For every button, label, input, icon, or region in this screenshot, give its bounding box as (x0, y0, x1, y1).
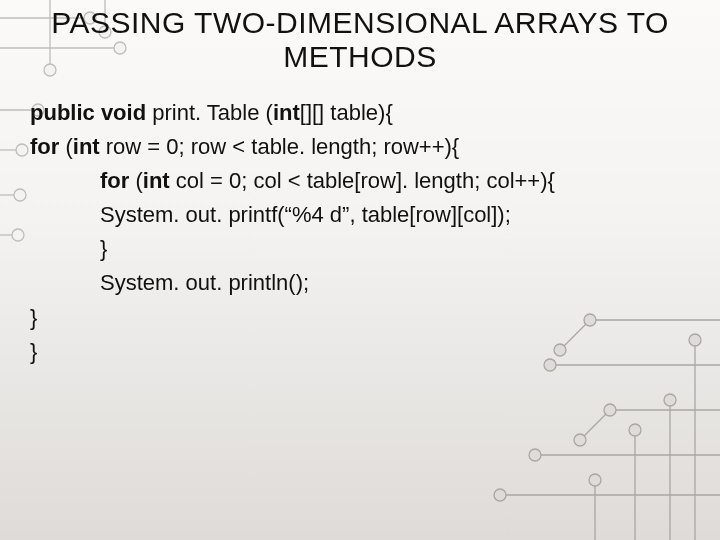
keyword: public void (30, 100, 152, 125)
svg-point-37 (574, 434, 586, 446)
code-line: } (30, 301, 690, 335)
svg-point-13 (12, 229, 24, 241)
slide: PASSING TWO-DIMENSIONAL ARRAYS TO METHOD… (0, 0, 720, 540)
svg-point-12 (14, 189, 26, 201)
code-text: System. out. println(); (100, 270, 309, 295)
code-line: for (int col = 0; col < table[row]. leng… (30, 164, 690, 198)
svg-point-11 (16, 144, 28, 156)
code-line: for (int row = 0; row < table. length; r… (30, 130, 690, 164)
code-text: ( (135, 168, 142, 193)
svg-point-33 (629, 424, 641, 436)
code-line: } (30, 232, 690, 266)
svg-line-26 (580, 410, 610, 440)
code-text: } (100, 236, 107, 261)
keyword: for (30, 134, 65, 159)
code-text: } (30, 339, 37, 364)
slide-title: PASSING TWO-DIMENSIONAL ARRAYS TO METHOD… (0, 6, 720, 74)
code-text: [][] table){ (300, 100, 393, 125)
svg-point-35 (689, 334, 701, 346)
svg-point-29 (604, 404, 616, 416)
code-text: ( (65, 134, 72, 159)
keyword: for (100, 168, 135, 193)
svg-point-32 (664, 394, 676, 406)
keyword: int (73, 134, 106, 159)
code-block: public void print. Table (int[][] table)… (30, 96, 690, 369)
svg-point-30 (529, 449, 541, 461)
code-text: col = 0; col < table[row]. length; col++… (176, 168, 555, 193)
code-line: } (30, 335, 690, 369)
svg-point-34 (589, 474, 601, 486)
keyword: int (273, 100, 300, 125)
svg-point-31 (494, 489, 506, 501)
code-text: row = 0; row < table. length; row++){ (106, 134, 459, 159)
keyword: int (143, 168, 176, 193)
code-text: } (30, 305, 37, 330)
code-line: public void print. Table (int[][] table)… (30, 96, 690, 130)
code-line: System. out. println(); (30, 266, 690, 300)
code-line: System. out. printf(“%4 d”, table[row][c… (30, 198, 690, 232)
code-text: System. out. printf(“%4 d”, table[row][c… (100, 202, 511, 227)
code-text: print. Table ( (152, 100, 273, 125)
